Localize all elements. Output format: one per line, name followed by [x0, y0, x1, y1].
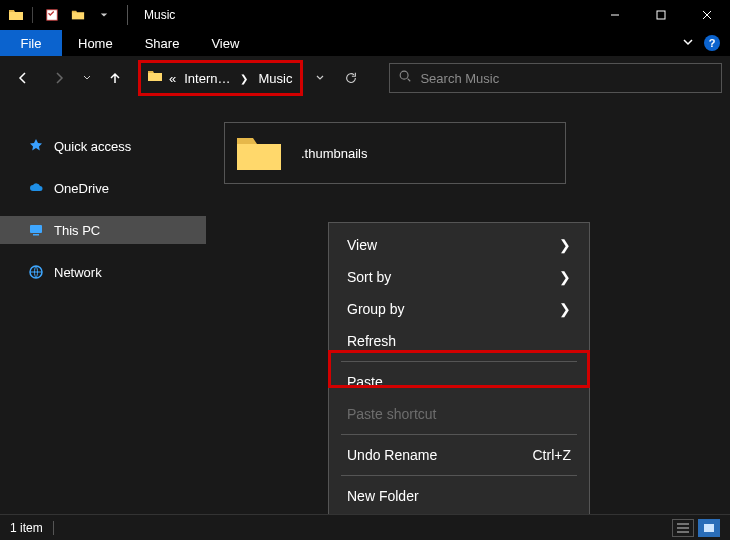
- address-folder-icon: [147, 68, 163, 88]
- back-button[interactable]: [8, 63, 38, 93]
- sidebar-item-this-pc[interactable]: This PC: [0, 216, 206, 244]
- ctx-separator: [341, 434, 577, 435]
- file-tab[interactable]: File: [0, 30, 62, 56]
- chevron-right-icon: ❯: [559, 269, 571, 285]
- tab-share[interactable]: Share: [129, 30, 196, 56]
- sidebar-item-label: Network: [54, 265, 102, 280]
- ctx-paste[interactable]: Paste: [329, 366, 589, 398]
- star-icon: [28, 138, 44, 154]
- sidebar-item-label: OneDrive: [54, 181, 109, 196]
- ctx-label: Undo Rename: [347, 447, 437, 463]
- chevron-right-icon[interactable]: ❯: [236, 73, 252, 84]
- sidebar-item-label: Quick access: [54, 139, 131, 154]
- search-icon: [398, 69, 412, 87]
- qat-properties-icon[interactable]: [41, 4, 63, 26]
- sidebar-item-label: This PC: [54, 223, 100, 238]
- sidebar-item-quick-access[interactable]: Quick access: [0, 132, 206, 160]
- file-item-name: .thumbnails: [301, 146, 367, 161]
- breadcrumb-parent[interactable]: Intern…: [182, 71, 232, 86]
- ctx-view[interactable]: View ❯: [329, 229, 589, 261]
- title-bar: Music: [0, 0, 730, 30]
- svg-rect-3: [30, 225, 42, 233]
- svg-rect-0: [47, 10, 58, 21]
- window-controls: [592, 0, 730, 30]
- search-placeholder: Search Music: [420, 71, 499, 86]
- folder-icon: [235, 132, 283, 174]
- cloud-icon: [28, 180, 44, 196]
- ctx-sort-by[interactable]: Sort by ❯: [329, 261, 589, 293]
- ctx-paste-shortcut: Paste shortcut: [329, 398, 589, 430]
- minimize-button[interactable]: [592, 0, 638, 30]
- chevron-right-icon: ❯: [559, 301, 571, 317]
- context-menu: View ❯ Sort by ❯ Group by ❯ Refresh Past…: [328, 222, 590, 519]
- ribbon-collapse-icon[interactable]: [682, 34, 694, 52]
- svg-rect-1: [657, 11, 665, 19]
- ctx-label: Refresh: [347, 333, 396, 349]
- help-icon[interactable]: ?: [704, 35, 720, 51]
- address-bar[interactable]: « Intern… ❯ Music: [145, 64, 296, 92]
- refresh-button[interactable]: [337, 71, 365, 85]
- svg-rect-4: [33, 234, 39, 236]
- up-button[interactable]: [100, 63, 130, 93]
- ctx-undo[interactable]: Undo Rename Ctrl+Z: [329, 439, 589, 471]
- ctx-label: Paste: [347, 374, 383, 390]
- breadcrumb-current[interactable]: Music: [256, 71, 294, 86]
- ctx-label: View: [347, 237, 377, 253]
- sidebar-item-onedrive[interactable]: OneDrive: [0, 174, 206, 202]
- breadcrumb-overflow[interactable]: «: [167, 71, 178, 86]
- app-folder-icon: [8, 7, 24, 23]
- qat-dropdown-icon[interactable]: [93, 4, 115, 26]
- ctx-label: Group by: [347, 301, 405, 317]
- forward-button[interactable]: [44, 63, 74, 93]
- status-separator: [53, 521, 54, 535]
- ctx-refresh[interactable]: Refresh: [329, 325, 589, 357]
- ctx-separator: [341, 361, 577, 362]
- ctx-group-by[interactable]: Group by ❯: [329, 293, 589, 325]
- recent-locations-dropdown[interactable]: [80, 63, 94, 93]
- pc-icon: [28, 222, 44, 238]
- details-view-button[interactable]: [672, 519, 694, 537]
- ribbon-right: ?: [682, 30, 730, 56]
- ctx-label: Paste shortcut: [347, 406, 437, 422]
- status-view-switcher: [672, 519, 720, 537]
- file-item[interactable]: .thumbnails: [224, 122, 566, 184]
- qat-separator: [32, 7, 33, 23]
- sidebar-item-network[interactable]: Network: [0, 258, 206, 286]
- navigation-bar: « Intern… ❯ Music Search Music: [0, 56, 730, 100]
- address-history-dropdown[interactable]: [309, 73, 331, 83]
- ctx-label: New Folder: [347, 488, 419, 504]
- thumbnails-view-button[interactable]: [698, 519, 720, 537]
- ctx-accelerator: Ctrl+Z: [533, 447, 572, 463]
- qat-new-folder-icon[interactable]: [67, 4, 89, 26]
- chevron-right-icon: ❯: [559, 237, 571, 253]
- maximize-button[interactable]: [638, 0, 684, 30]
- window-title: Music: [144, 8, 175, 22]
- ctx-new-folder[interactable]: New Folder: [329, 480, 589, 512]
- close-button[interactable]: [684, 0, 730, 30]
- address-bar-highlight: « Intern… ❯ Music: [138, 60, 303, 96]
- ctx-label: Sort by: [347, 269, 391, 285]
- titlebar-left: Music: [0, 4, 175, 26]
- svg-rect-6: [704, 524, 714, 532]
- title-divider: [127, 5, 128, 25]
- navigation-pane: Quick access OneDrive This PC Network: [0, 100, 206, 514]
- ribbon-tabs: File Home Share View ?: [0, 30, 730, 56]
- tab-home[interactable]: Home: [62, 30, 129, 56]
- network-icon: [28, 264, 44, 280]
- ctx-separator: [341, 475, 577, 476]
- tab-view[interactable]: View: [195, 30, 255, 56]
- svg-point-2: [401, 71, 409, 79]
- search-input[interactable]: Search Music: [389, 63, 722, 93]
- status-item-count: 1 item: [10, 521, 43, 535]
- status-bar: 1 item: [0, 514, 730, 540]
